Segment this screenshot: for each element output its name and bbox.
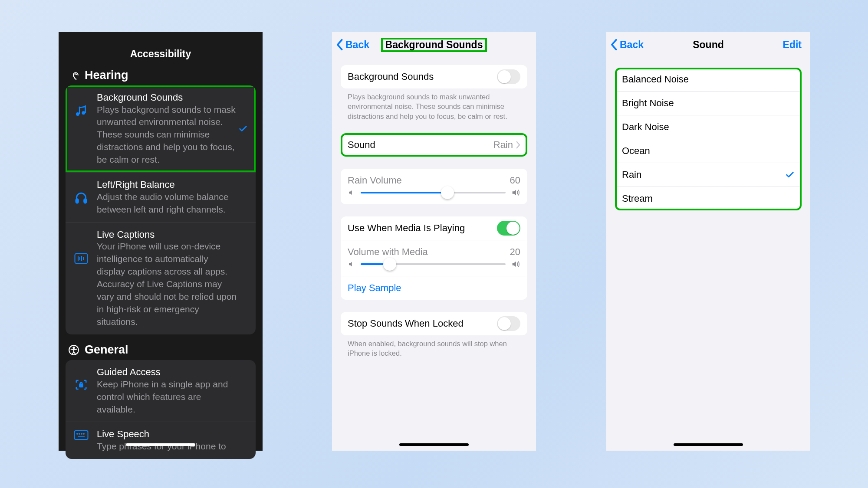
nav-title: Sound: [693, 39, 724, 51]
sound-option-label: Balanced Noise: [622, 74, 795, 85]
accessibility-icon: [67, 344, 80, 356]
edit-button[interactable]: Edit: [783, 32, 802, 57]
headphones-icon: [71, 179, 92, 205]
svg-point-17: [81, 433, 82, 434]
captions-icon: [71, 229, 92, 264]
nav-bar: Back Sound Edit: [606, 32, 810, 57]
vol-with-media-slider[interactable]: [361, 263, 506, 265]
sound-option-label: Stream: [622, 193, 795, 204]
checkmark-icon: [238, 124, 248, 134]
section-general: General: [66, 343, 256, 360]
svg-rect-5: [84, 199, 86, 203]
row-sound[interactable]: Sound Rain: [341, 133, 527, 157]
checkmark-icon: [785, 170, 795, 180]
svg-rect-4: [76, 199, 78, 203]
row-desc: Plays background sounds to mask unwanted…: [97, 104, 238, 167]
svg-point-16: [79, 433, 80, 434]
home-indicator[interactable]: [399, 443, 469, 446]
rain-volume-label: Rain Volume: [348, 175, 402, 186]
vol-with-media-value: 20: [510, 246, 520, 258]
home-indicator[interactable]: [674, 443, 743, 446]
volume-low-icon: [348, 189, 355, 197]
rain-volume-slider[interactable]: [361, 192, 506, 193]
back-button[interactable]: Back: [611, 32, 644, 57]
sound-option-label: Dark Noise: [622, 121, 795, 133]
row-stop-when-locked[interactable]: Stop Sounds When Locked: [341, 312, 527, 335]
music-notes-icon: [71, 92, 92, 118]
volume-low-icon: [348, 260, 355, 268]
phone-sound: Back Sound Edit Balanced NoiseBright Noi…: [606, 32, 810, 451]
nav-bar: Back Background Sounds: [332, 32, 536, 57]
stop-locked-footer: When enabled, background sounds will sto…: [341, 335, 527, 358]
svg-rect-13: [79, 384, 83, 387]
sound-option[interactable]: Dark Noise: [615, 115, 802, 139]
row-desc: Your iPhone will use on-device intellige…: [97, 240, 238, 328]
svg-point-1: [82, 111, 85, 115]
svg-point-18: [83, 433, 84, 434]
chevron-left-icon: [336, 39, 344, 51]
row-background-sounds[interactable]: Background Sounds Plays background sound…: [66, 85, 256, 172]
sound-option[interactable]: Stream: [615, 187, 802, 210]
sound-option-label: Bright Noise: [622, 98, 795, 109]
sound-option-label: Ocean: [622, 145, 795, 157]
sound-option[interactable]: Balanced Noise: [615, 68, 802, 91]
sound-value: Rain: [493, 139, 513, 151]
media-card: Use When Media Is Playing Volume with Me…: [341, 216, 527, 300]
hearing-card: Background Sounds Plays background sound…: [66, 85, 256, 334]
rain-volume-value: 60: [510, 175, 520, 186]
chevron-left-icon: [611, 39, 618, 51]
row-desc: Keep iPhone in a single app and control …: [97, 378, 238, 416]
chevron-right-icon: [516, 141, 520, 149]
bg-sounds-footer: Plays background sounds to mask unwanted…: [341, 88, 527, 121]
phone-accessibility: Accessibility Hearing: [59, 32, 263, 451]
row-live-captions[interactable]: Live Captions Your iPhone will use on-de…: [66, 222, 256, 334]
row-desc: Adjust the audio volume balance between …: [97, 191, 238, 216]
nav-title: Accessibility: [59, 32, 263, 69]
svg-point-0: [76, 112, 79, 116]
row-title: Guided Access: [97, 366, 238, 378]
row-title: Live Speech: [97, 428, 238, 440]
svg-rect-14: [75, 431, 88, 439]
row-title: Live Captions: [97, 229, 238, 241]
row-desc: Type phrases for your iPhone to: [97, 440, 238, 453]
row-title: Background Sounds: [97, 92, 238, 104]
row-live-speech[interactable]: Live Speech Type phrases for your iPhone…: [66, 422, 256, 459]
toggle[interactable]: [497, 221, 520, 236]
toggle[interactable]: [497, 69, 520, 84]
bg-toggle-card: Background Sounds: [341, 65, 527, 88]
rain-volume-card: Rain Volume 60: [341, 169, 527, 204]
lock-app-icon: [71, 366, 92, 391]
section-hearing: Hearing: [66, 69, 256, 85]
ear-icon: [67, 70, 80, 81]
row-title: Left/Right Balance: [97, 179, 238, 191]
keyboard-icon: [71, 428, 92, 440]
nav-title: Background Sounds: [381, 38, 487, 52]
phone-background-sounds: Back Background Sounds Background Sounds…: [332, 32, 536, 451]
svg-point-12: [73, 347, 74, 348]
back-button[interactable]: Back: [336, 32, 369, 57]
volume-high-icon: [511, 259, 520, 269]
sound-options-card: Balanced NoiseBright NoiseDark NoiseOcea…: [615, 68, 802, 210]
home-indicator[interactable]: [126, 443, 195, 446]
play-sample-button[interactable]: Play Sample: [341, 276, 527, 300]
vol-with-media-label: Volume with Media: [348, 246, 428, 258]
row-bg-sounds-toggle[interactable]: Background Sounds: [341, 65, 527, 88]
stop-locked-card: Stop Sounds When Locked: [341, 312, 527, 335]
svg-point-15: [77, 433, 78, 434]
row-use-when-media[interactable]: Use When Media Is Playing: [341, 216, 527, 240]
row-guided-access[interactable]: Guided Access Keep iPhone in a single ap…: [66, 360, 256, 422]
sound-row-card: Sound Rain: [341, 133, 527, 157]
sound-option-label: Rain: [622, 169, 785, 180]
row-left-right-balance[interactable]: Left/Right Balance Adjust the audio volu…: [66, 172, 256, 222]
sound-option[interactable]: Bright Noise: [615, 91, 802, 115]
volume-high-icon: [511, 188, 520, 197]
toggle[interactable]: [497, 316, 520, 331]
sound-option[interactable]: Rain: [615, 163, 802, 187]
sound-option[interactable]: Ocean: [615, 139, 802, 163]
